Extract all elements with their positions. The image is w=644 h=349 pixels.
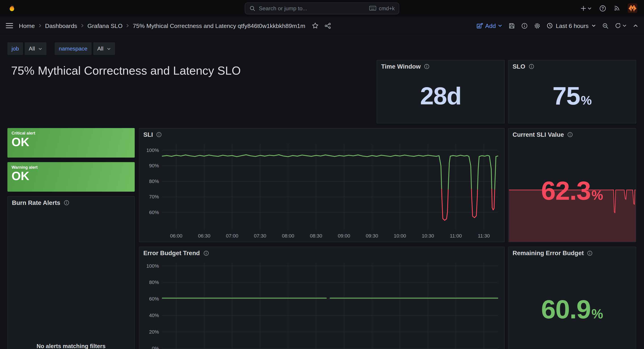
- info-icon: [521, 22, 528, 29]
- panel-add-icon: [476, 22, 483, 29]
- panel-current-sli: Current SLI Value 62.3 %: [508, 128, 636, 242]
- info-icon[interactable]: [567, 132, 573, 137]
- panel-header: SLI: [139, 128, 504, 140]
- user-avatar[interactable]: [628, 3, 638, 13]
- clock-icon: [547, 22, 553, 29]
- search-field[interactable]: [259, 5, 366, 11]
- variable-job: job All: [8, 42, 46, 55]
- remaining-error-budget-unit: %: [592, 307, 603, 322]
- zoom-out-icon: [602, 22, 609, 29]
- burn-rate-empty-message: No alerts matching filters: [8, 343, 134, 349]
- panel-title[interactable]: Error Budget Trend: [143, 250, 200, 257]
- svg-text:07:30: 07:30: [254, 233, 266, 239]
- svg-text:80%: 80%: [149, 179, 159, 184]
- info-icon[interactable]: [528, 63, 534, 69]
- variable-job-label: job: [8, 42, 23, 55]
- panel-title[interactable]: Current SLI Value: [512, 131, 564, 138]
- error-budget-chart[interactable]: 100%80%60%40%20%0%: [143, 259, 501, 349]
- zoom-out-button[interactable]: [602, 22, 609, 29]
- new-button[interactable]: [580, 5, 592, 11]
- panel-header: Current SLI Value: [508, 128, 636, 140]
- chevron-right-icon: [80, 23, 84, 28]
- grafana-dashboard: cmd+k ?: [0, 0, 644, 349]
- chevron-down-icon: [107, 46, 111, 50]
- menu-icon: [6, 22, 13, 29]
- svg-text:07:00: 07:00: [226, 233, 238, 239]
- info-icon[interactable]: [424, 63, 430, 69]
- add-button[interactable]: Add: [476, 22, 502, 29]
- dashboard-quick-actions: [312, 22, 331, 29]
- share-button[interactable]: [324, 22, 331, 29]
- time-range-picker[interactable]: Last 6 hours: [547, 22, 596, 29]
- panel-slo: SLO 75 %: [508, 60, 636, 124]
- svg-text:08:00: 08:00: [282, 233, 294, 239]
- critical-alert-status: OK: [8, 135, 134, 149]
- grafana-logo[interactable]: [6, 3, 17, 14]
- svg-text:10:00: 10:00: [394, 233, 406, 239]
- save-icon: [508, 22, 515, 29]
- topbar-actions: ?: [580, 3, 637, 13]
- panel-title[interactable]: SLI: [143, 131, 153, 138]
- mega-menu-toggle[interactable]: [6, 22, 13, 29]
- breadcrumb-home[interactable]: Home: [19, 22, 35, 29]
- avatar-pixel-icon: [628, 3, 638, 13]
- info-icon[interactable]: [203, 250, 209, 256]
- search-input[interactable]: cmd+k: [245, 2, 399, 14]
- keyboard-icon: [370, 6, 376, 11]
- panel-title[interactable]: SLO: [512, 63, 525, 70]
- panel-burn-rate-alerts: Burn Rate Alerts No alerts matching filt…: [8, 196, 134, 349]
- dashboard-settings-button[interactable]: [534, 22, 540, 29]
- svg-text:70%: 70%: [149, 194, 159, 200]
- refresh-interval-dropdown[interactable]: [622, 23, 627, 28]
- help-button[interactable]: ?: [599, 5, 606, 12]
- chevron-down-icon: [38, 46, 42, 50]
- breadcrumb-folder[interactable]: Grafana SLO: [88, 22, 122, 29]
- variable-namespace-label: namespace: [54, 42, 92, 55]
- info-icon[interactable]: [64, 200, 69, 206]
- refresh-icon: [615, 22, 621, 29]
- rss-icon: [614, 5, 620, 11]
- slo-value: 75: [552, 83, 580, 109]
- breadcrumb-dashboards[interactable]: Dashboards: [45, 22, 77, 29]
- svg-text:0%: 0%: [152, 346, 159, 349]
- svg-text:100%: 100%: [146, 263, 159, 269]
- refresh-button[interactable]: [615, 22, 621, 29]
- save-dashboard-button[interactable]: [508, 22, 515, 29]
- chevron-down-icon: [622, 23, 627, 28]
- template-variables: job All namespace All: [8, 42, 115, 55]
- help-icon: ?: [599, 5, 606, 12]
- svg-text:09:30: 09:30: [366, 233, 378, 239]
- dashboard-insights-button[interactable]: [521, 22, 528, 29]
- panel-title[interactable]: Remaining Error Budget: [512, 250, 584, 257]
- sli-chart[interactable]: 06:0006:3007:0007:3008:0008:3009:0009:30…: [143, 141, 501, 242]
- variable-namespace: namespace All: [54, 42, 115, 55]
- star-icon: [312, 22, 319, 29]
- favorite-button[interactable]: [312, 22, 319, 29]
- current-sli-unit: %: [592, 188, 603, 203]
- top-navigation-bar: cmd+k ?: [0, 0, 644, 16]
- panel-remaining-error-budget: Remaining Error Budget 60.9 %: [508, 247, 636, 349]
- variable-job-picker[interactable]: All: [24, 42, 46, 55]
- svg-text:10:30: 10:30: [422, 233, 434, 239]
- panel-title[interactable]: Burn Rate Alerts: [12, 199, 60, 206]
- svg-text:100%: 100%: [146, 147, 159, 153]
- svg-text:11:30: 11:30: [478, 233, 490, 239]
- breadcrumb: Home Dashboards Grafana SLO 75% Mythical…: [19, 22, 305, 29]
- chevron-right-icon: [38, 23, 42, 28]
- info-icon[interactable]: [156, 132, 162, 137]
- grafana-flame-icon: [8, 4, 16, 13]
- svg-text:08:30: 08:30: [310, 233, 322, 239]
- time-window-value: 28d: [420, 83, 461, 108]
- chevron-right-icon: [126, 23, 130, 28]
- search-icon: [249, 5, 256, 11]
- collapse-toolbar-button[interactable]: [633, 23, 638, 28]
- panel-header: Time Window: [377, 60, 504, 72]
- panel-header: Remaining Error Budget: [508, 247, 636, 259]
- news-button[interactable]: [614, 5, 620, 11]
- panel-critical-alert: Critical alert OK: [8, 128, 134, 158]
- info-icon[interactable]: [587, 250, 593, 256]
- panel-title[interactable]: Time Window: [381, 63, 420, 70]
- svg-text:20%: 20%: [149, 329, 159, 335]
- variable-namespace-picker[interactable]: All: [93, 42, 115, 55]
- panel-error-budget-trend: Error Budget Trend 100%80%60%40%20%0%: [139, 247, 505, 349]
